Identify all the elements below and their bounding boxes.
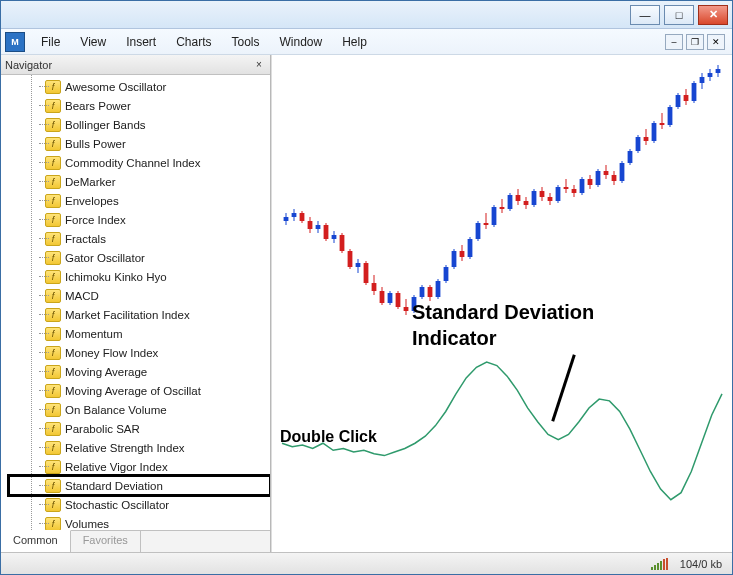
- tab-common[interactable]: Common: [1, 530, 71, 552]
- svg-rect-45: [460, 251, 465, 257]
- menu-file[interactable]: File: [31, 32, 70, 52]
- indicator-icon: f: [45, 270, 61, 284]
- minimize-button[interactable]: —: [630, 5, 660, 25]
- navigator-tabs: Common Favorites: [1, 530, 270, 552]
- svg-rect-9: [316, 225, 321, 229]
- indicator-item[interactable]: fRelative Vigor Index: [9, 457, 270, 476]
- svg-rect-69: [556, 187, 561, 201]
- indicator-item[interactable]: fVolumes: [9, 514, 270, 530]
- mdi-close-button[interactable]: ✕: [707, 34, 725, 50]
- svg-rect-87: [628, 151, 633, 163]
- navigator-title: Navigator: [5, 59, 52, 71]
- indicator-icon: f: [45, 194, 61, 208]
- svg-rect-89: [636, 137, 641, 151]
- svg-rect-101: [684, 95, 689, 101]
- maximize-button[interactable]: □: [664, 5, 694, 25]
- annotation-title-1: Standard Deviation: [412, 301, 594, 324]
- menu-insert[interactable]: Insert: [116, 32, 166, 52]
- annotation-title-2: Indicator: [412, 327, 496, 350]
- svg-rect-25: [380, 291, 385, 303]
- indicator-item[interactable]: fOn Balance Volume: [9, 400, 270, 419]
- indicator-item[interactable]: fMomentum: [9, 324, 270, 343]
- indicator-item[interactable]: fParabolic SAR: [9, 419, 270, 438]
- indicator-icon: f: [45, 289, 61, 303]
- svg-rect-31: [404, 307, 409, 311]
- indicator-label: On Balance Volume: [65, 404, 167, 416]
- indicator-item[interactable]: fMACD: [9, 286, 270, 305]
- indicator-icon: f: [45, 175, 61, 189]
- svg-rect-105: [700, 77, 705, 83]
- indicator-label: Stochastic Oscillator: [65, 499, 169, 511]
- svg-rect-95: [660, 123, 665, 125]
- navigator-tree[interactable]: fAwesome OscillatorfBears PowerfBollinge…: [1, 75, 270, 530]
- svg-rect-53: [492, 207, 497, 225]
- indicator-item[interactable]: fForce Index: [9, 210, 270, 229]
- indicator-label: DeMarker: [65, 176, 115, 188]
- svg-rect-19: [356, 263, 361, 267]
- navigator-close-icon[interactable]: ×: [252, 58, 266, 72]
- indicator-icon: f: [45, 137, 61, 151]
- indicator-item[interactable]: fBollinger Bands: [9, 115, 270, 134]
- indicator-label: Relative Vigor Index: [65, 461, 168, 473]
- indicator-item[interactable]: fBulls Power: [9, 134, 270, 153]
- menu-tools[interactable]: Tools: [222, 32, 270, 52]
- svg-rect-7: [308, 221, 313, 229]
- indicator-item[interactable]: fMarket Facilitation Index: [9, 305, 270, 324]
- svg-rect-79: [596, 171, 601, 185]
- svg-rect-61: [524, 201, 529, 205]
- menu-help[interactable]: Help: [332, 32, 377, 52]
- svg-rect-81: [604, 171, 609, 175]
- indicator-icon: f: [45, 365, 61, 379]
- mdi-restore-button[interactable]: ❐: [686, 34, 704, 50]
- indicator-item[interactable]: fGator Oscillator: [9, 248, 270, 267]
- chart-area[interactable]: Standard Deviation Indicator Double Clic…: [271, 55, 732, 552]
- svg-rect-35: [420, 287, 425, 297]
- indicator-label: Commodity Channel Index: [65, 157, 201, 169]
- navigator-titlebar[interactable]: Navigator ×: [1, 55, 270, 75]
- svg-rect-23: [372, 283, 377, 291]
- status-kb: 104/0 kb: [680, 558, 722, 570]
- indicator-label: Gator Oscillator: [65, 252, 145, 264]
- menu-window[interactable]: Window: [270, 32, 333, 52]
- indicator-item[interactable]: fStandard Deviation: [9, 476, 270, 495]
- close-button[interactable]: ✕: [698, 5, 728, 25]
- svg-rect-21: [364, 263, 369, 283]
- indicator-icon: f: [45, 232, 61, 246]
- mdi-minimize-button[interactable]: –: [665, 34, 683, 50]
- svg-rect-83: [612, 175, 617, 181]
- indicator-icon: f: [45, 422, 61, 436]
- indicator-item[interactable]: fCommodity Channel Index: [9, 153, 270, 172]
- svg-rect-75: [580, 179, 585, 193]
- indicator-icon: f: [45, 156, 61, 170]
- indicator-label: Awesome Oscillator: [65, 81, 166, 93]
- indicator-item[interactable]: fStochastic Oscillator: [9, 495, 270, 514]
- indicator-label: Bears Power: [65, 100, 131, 112]
- menu-charts[interactable]: Charts: [166, 32, 221, 52]
- menu-view[interactable]: View: [70, 32, 116, 52]
- svg-rect-67: [548, 197, 553, 201]
- indicator-item[interactable]: fIchimoku Kinko Hyo: [9, 267, 270, 286]
- indicator-item[interactable]: fMoving Average: [9, 362, 270, 381]
- indicator-label: Parabolic SAR: [65, 423, 140, 435]
- price-chart: [272, 55, 732, 545]
- svg-rect-93: [652, 123, 657, 141]
- indicator-item[interactable]: fBears Power: [9, 96, 270, 115]
- indicator-item[interactable]: fMoney Flow Index: [9, 343, 270, 362]
- indicator-icon: f: [45, 479, 61, 493]
- indicator-icon: f: [45, 460, 61, 474]
- svg-rect-27: [388, 293, 393, 303]
- svg-rect-55: [500, 207, 505, 209]
- indicator-icon: f: [45, 308, 61, 322]
- tab-favorites[interactable]: Favorites: [71, 531, 141, 552]
- titlebar[interactable]: — □ ✕: [1, 1, 732, 29]
- indicator-item[interactable]: fMoving Average of Oscillat: [9, 381, 270, 400]
- indicator-item[interactable]: fFractals: [9, 229, 270, 248]
- indicator-icon: f: [45, 251, 61, 265]
- indicator-item[interactable]: fRelative Strength Index: [9, 438, 270, 457]
- indicator-label: Moving Average: [65, 366, 147, 378]
- indicator-item[interactable]: fAwesome Oscillator: [9, 77, 270, 96]
- indicator-item[interactable]: fDeMarker: [9, 172, 270, 191]
- indicator-item[interactable]: fEnvelopes: [9, 191, 270, 210]
- indicator-label: Money Flow Index: [65, 347, 158, 359]
- svg-rect-65: [540, 191, 545, 197]
